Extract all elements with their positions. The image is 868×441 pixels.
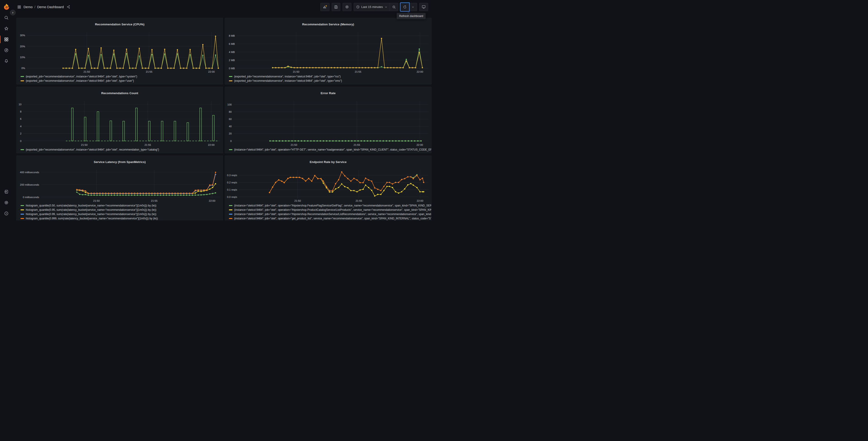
- zoom-out-button[interactable]: [390, 3, 398, 11]
- panel-title[interactable]: Recommendation Service (CPU%): [17, 21, 223, 28]
- compass-icon: [4, 48, 9, 53]
- legend-item[interactable]: {instance="otelcol:9464", job="otel", op…: [229, 208, 430, 212]
- breadcrumb-folder[interactable]: Demo: [24, 5, 33, 9]
- timeseries-chart[interactable]: 0%10%20%30%21:5021:5522:00: [17, 30, 223, 74]
- svg-text:21:50: 21:50: [84, 70, 90, 73]
- timeseries-chart[interactable]: 0 MB2 MB4 MB6 MB8 MB21:5021:5522:00: [225, 30, 431, 74]
- legend-item[interactable]: histogram_quantile(0.95, sum(rate(latenc…: [21, 208, 221, 212]
- time-range-label: Last 15 minutes: [361, 5, 383, 9]
- panel-legend: {exported_job="recommendationservice", i…: [225, 74, 431, 84]
- legend-swatch: [21, 214, 24, 215]
- svg-text:8: 8: [20, 110, 22, 113]
- dashboard-toolbar: Last 15 minutes: [320, 3, 428, 11]
- svg-text:22:00: 22:00: [208, 144, 215, 146]
- sidebar-expand-button[interactable]: ›: [10, 10, 16, 16]
- panel-title[interactable]: Recommendations Count: [17, 89, 223, 97]
- svg-text:21:50: 21:50: [93, 200, 100, 202]
- refresh-controls: [401, 3, 417, 11]
- sidebar-item-explore[interactable]: [2, 46, 11, 55]
- svg-text:2 MB: 2 MB: [229, 59, 235, 62]
- svg-text:0: 0: [230, 140, 232, 142]
- kiosk-mode-button[interactable]: [419, 3, 428, 11]
- panel-service-latency: Service Latency (from SpanMetrics) 0 mil…: [16, 155, 223, 220]
- legend-label: {instance="otelcol:9464", job="otel", op…: [234, 212, 431, 216]
- dashboard-canvas: Recommendation Service (CPU%) 0%10%20%30…: [13, 14, 434, 220]
- legend-item[interactable]: {instance="otelcol:9464", job="otel", op…: [229, 147, 430, 152]
- svg-text:400 milliseconds: 400 milliseconds: [20, 171, 39, 174]
- legend-label: histogram_quantile(0.999, sum(rate(laten…: [26, 217, 158, 220]
- legend-item[interactable]: histogram_quantile(0.99, sum(rate(latenc…: [21, 212, 221, 216]
- svg-text:21:55: 21:55: [145, 144, 151, 146]
- refresh-interval-button[interactable]: [409, 3, 417, 11]
- legend-item[interactable]: {exported_job="recommendationservice", i…: [229, 74, 430, 79]
- timeseries-chart[interactable]: 0.0 req/s0.1 req/s0.2 req/s0.3 req/s21:5…: [225, 168, 431, 203]
- legend-item[interactable]: {instance="otelcol:9464", job="otel", op…: [229, 203, 430, 208]
- legend-label: histogram_quantile(0.99, sum(rate(latenc…: [26, 212, 156, 216]
- panel-recommendation-cpu: Recommendation Service (CPU%) 0%10%20%30…: [16, 18, 223, 84]
- panel-title[interactable]: Error Rate: [225, 89, 431, 97]
- help-icon: ?: [4, 211, 9, 216]
- legend-label: {exported_job="recommendationservice", i…: [234, 79, 342, 82]
- svg-text:21:55: 21:55: [355, 200, 362, 202]
- legend-label: {instance="otelcol:9464", job="otel", op…: [234, 208, 431, 211]
- sidebar-item-sign-in[interactable]: [2, 187, 11, 196]
- search-icon: [4, 15, 9, 20]
- breadcrumb-dashboard[interactable]: Demo Dashboard: [37, 5, 64, 9]
- svg-text:6 MB: 6 MB: [229, 42, 235, 45]
- legend-label: {instance="otelcol:9464", job="otel", op…: [234, 204, 431, 207]
- legend-item[interactable]: histogram_quantile(0.50, sum(rate(latenc…: [21, 203, 221, 208]
- svg-text:80: 80: [229, 111, 232, 113]
- bell-icon: [4, 59, 9, 64]
- legend-item[interactable]: {exported_job="recommendationservice", i…: [21, 79, 221, 83]
- panel-legend: {instance="otelcol:9464", job="otel", op…: [225, 203, 431, 220]
- panel-title[interactable]: Endpoint Rate by Service: [225, 158, 431, 166]
- legend-item[interactable]: {instance="otelcol:9464", job="otel", op…: [229, 216, 430, 220]
- time-controls: Last 15 minutes: [354, 3, 398, 11]
- save-icon: [334, 5, 338, 9]
- panel-title[interactable]: Service Latency (from SpanMetrics): [17, 158, 223, 166]
- panel-recommendation-memory: Recommendation Service (Memory) 0 MB2 MB…: [225, 18, 432, 84]
- star-icon: [4, 26, 9, 31]
- timeseries-chart[interactable]: 0 milliseconds200 milliseconds400 millis…: [17, 168, 223, 203]
- refresh-button[interactable]: [401, 3, 409, 11]
- legend-item[interactable]: {exported_job="recommendationservice", i…: [21, 147, 221, 152]
- svg-text:21:55: 21:55: [151, 200, 157, 202]
- svg-text:200 milliseconds: 200 milliseconds: [20, 183, 39, 186]
- legend-swatch: [229, 205, 232, 206]
- svg-text:?: ?: [6, 212, 7, 215]
- add-panel-button[interactable]: [320, 3, 330, 11]
- dashboards-grid-icon: [4, 37, 9, 42]
- bar-chart[interactable]: 024681021:5021:5522:00: [17, 99, 223, 147]
- legend-label: histogram_quantile(0.95, sum(rate(latenc…: [26, 208, 156, 211]
- panel-recommendations-count: Recommendations Count 024681021:5021:552…: [16, 87, 223, 153]
- panel-title[interactable]: Recommendation Service (Memory): [225, 21, 431, 28]
- svg-text:22:00: 22:00: [416, 70, 423, 73]
- legend-label: {instance="otelcol:9464", job="otel", op…: [234, 217, 431, 220]
- gear-icon: [345, 5, 349, 9]
- svg-text:4: 4: [20, 125, 22, 128]
- chevron-down-icon: [384, 5, 388, 9]
- legend-item[interactable]: {instance="otelcol:9464", job="otel", op…: [229, 212, 430, 216]
- sidebar-item-alerting[interactable]: [2, 57, 11, 66]
- svg-text:4 MB: 4 MB: [229, 51, 235, 53]
- legend-item[interactable]: {exported_job="recommendationservice", i…: [21, 74, 221, 79]
- legend-swatch: [21, 205, 24, 206]
- sidebar-item-dashboards[interactable]: [2, 35, 11, 44]
- share-dashboard-button[interactable]: [66, 5, 70, 9]
- legend-label: {exported_job="recommendationservice", i…: [26, 75, 137, 78]
- sidebar-item-search[interactable]: [2, 13, 11, 22]
- dashboard-settings-button[interactable]: [343, 3, 351, 11]
- sidebar-item-configuration[interactable]: [2, 198, 11, 207]
- timeseries-chart[interactable]: 02040608010021:5021:5522:00: [225, 99, 431, 147]
- legend-item[interactable]: {exported_job="recommendationservice", i…: [229, 79, 430, 83]
- sidebar-item-help[interactable]: ?: [2, 209, 11, 218]
- legend-swatch: [229, 80, 232, 81]
- grafana-logo-icon[interactable]: [2, 3, 10, 11]
- legend-item[interactable]: histogram_quantile(0.999, sum(rate(laten…: [21, 216, 221, 220]
- time-range-picker[interactable]: Last 15 minutes: [354, 3, 390, 11]
- tooltip-refresh-dashboard: Refresh dashboard: [397, 13, 426, 19]
- save-dashboard-button[interactable]: [332, 3, 340, 11]
- sidebar-item-starred[interactable]: [2, 24, 11, 33]
- svg-text:22:00: 22:00: [208, 70, 215, 73]
- legend-label: histogram_quantile(0.50, sum(rate(latenc…: [26, 204, 156, 207]
